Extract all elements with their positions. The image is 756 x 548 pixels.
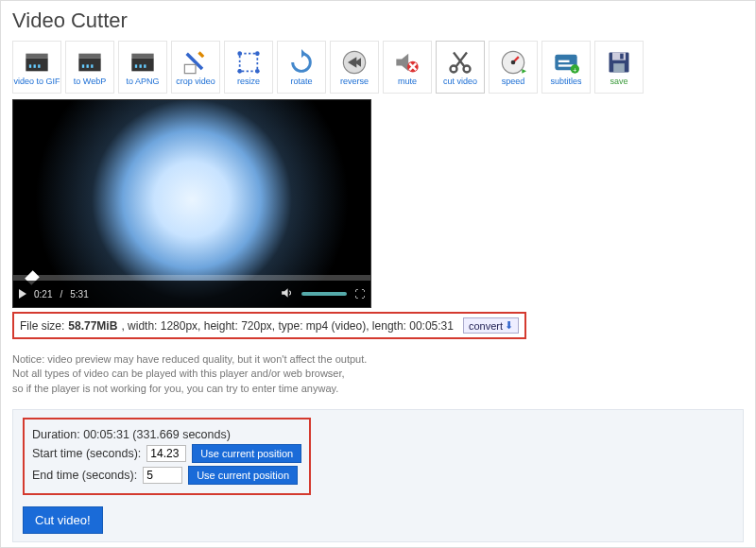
svg-rect-7 [82,64,84,68]
end-time-label: End time (seconds): [32,469,137,482]
tool-mute[interactable]: mute [383,41,432,94]
cut-settings-box: Duration: 00:05:31 (331.669 seconds) Sta… [23,418,311,495]
scissors-icon [447,49,473,76]
notice-line: so if the player is not working for you,… [12,382,744,396]
end-time-row: End time (seconds): Use current position [32,466,301,485]
svg-point-17 [237,51,242,56]
tool-reverse[interactable]: reverse [330,41,379,94]
svg-rect-39 [613,63,625,72]
svg-rect-8 [87,64,89,68]
video-player[interactable]: 0:21 / 5:31 ⛶ [12,99,371,308]
resize-icon [235,49,262,76]
file-info-row: File size: 58.77MiB , width: 1280px, hei… [12,312,526,339]
svg-point-19 [237,69,242,74]
cut-panel: Duration: 00:05:31 (331.669 seconds) Sta… [12,409,744,542]
tool-save[interactable]: save [594,41,644,94]
notice-line: Not all types of video can be played wit… [12,367,744,381]
tool-rotate[interactable]: rotate [277,41,326,94]
start-time-input[interactable] [146,445,186,462]
tool-to-webp[interactable]: to WebP [65,41,114,94]
convert-label: convert [469,320,503,332]
clapper-icon [24,49,50,76]
svg-marker-21 [301,49,306,58]
tool-resize[interactable]: resize [224,41,273,94]
tool-label: to WebP [74,77,106,86]
tool-crop-video[interactable]: crop video [171,41,220,94]
tool-video-to-gif[interactable]: video to GIF [12,41,61,94]
svg-marker-41 [282,288,287,297]
rotate-icon [288,49,315,76]
svg-rect-40 [620,53,624,59]
file-size-label: File size: [20,319,64,333]
svg-rect-16 [240,53,258,71]
tool-label: video to GIF [13,77,60,86]
file-size-value: 58.77MiB [68,319,117,333]
current-time: 0:21 [34,289,52,300]
tool-cut-video[interactable]: cut video [436,41,485,94]
save-icon [606,49,632,76]
tool-label: to APNG [126,77,159,86]
svg-rect-3 [34,64,36,68]
file-info-rest: , width: 1280px, height: 720px, type: mp… [121,319,454,333]
svg-rect-9 [91,64,93,68]
svg-marker-6 [78,53,100,58]
svg-marker-11 [131,53,153,58]
clapper-icon [77,49,103,76]
notice-text: Notice: video preview may have reduced q… [12,352,744,396]
svg-point-18 [255,51,260,56]
svg-text:+: + [573,66,576,73]
volume-icon[interactable] [281,286,294,301]
reverse-icon [341,49,368,76]
clapper-icon [129,49,156,76]
svg-point-30 [511,60,516,64]
convert-button[interactable]: convert ⬇ [463,317,519,334]
tool-label: save [610,77,627,86]
svg-rect-38 [612,52,626,60]
svg-marker-31 [522,69,526,74]
total-time: 5:31 [70,289,88,300]
svg-rect-12 [135,64,137,68]
start-time-label: Start time (seconds): [32,447,141,460]
tool-speed[interactable]: speed [489,41,538,94]
tool-label: reverse [340,77,369,86]
duration-row: Duration: 00:05:31 (331.669 seconds) [32,428,301,441]
toolbar: video to GIF to WebP to APNG crop video … [12,41,744,94]
cut-video-button[interactable]: Cut video! [23,506,103,534]
tool-to-apng[interactable]: to APNG [118,41,167,94]
tool-label: crop video [176,77,215,86]
crop-icon [182,49,209,76]
tool-label: speed [502,77,525,86]
tool-label: cut video [443,77,477,86]
tool-label: rotate [290,77,312,86]
svg-marker-25 [396,53,408,71]
page-title: Video Cutter [12,9,744,33]
tool-label: subtitles [550,77,581,86]
svg-rect-14 [144,64,146,68]
svg-rect-15 [184,64,196,73]
player-controls: 0:21 / 5:31 ⛶ [13,281,370,307]
time-separator: / [60,289,62,300]
tool-label: resize [237,77,260,86]
use-current-start-button[interactable]: Use current position [192,444,301,463]
end-time-input[interactable] [143,467,182,484]
fullscreen-icon[interactable]: ⛶ [354,288,365,300]
speed-icon [500,49,526,76]
use-current-end-button[interactable]: Use current position [188,466,298,485]
duration-label: Duration: 00:05:31 (331.669 seconds) [32,428,231,441]
svg-point-20 [255,69,260,74]
download-icon: ⬇ [505,319,513,332]
play-button[interactable] [19,289,26,299]
notice-line: Notice: video preview may have reduced q… [12,352,744,367]
start-time-row: Start time (seconds): Use current positi… [32,444,301,463]
svg-marker-1 [26,53,47,58]
svg-rect-4 [38,64,40,68]
svg-rect-34 [558,60,570,61]
mute-icon [394,49,421,76]
volume-slider[interactable] [301,292,347,296]
subtitles-icon: + [553,49,579,76]
svg-rect-10 [131,58,153,71]
svg-rect-13 [140,64,142,68]
svg-rect-2 [29,64,31,68]
tool-subtitles[interactable]: + subtitles [541,41,591,94]
tool-label: mute [398,77,417,86]
